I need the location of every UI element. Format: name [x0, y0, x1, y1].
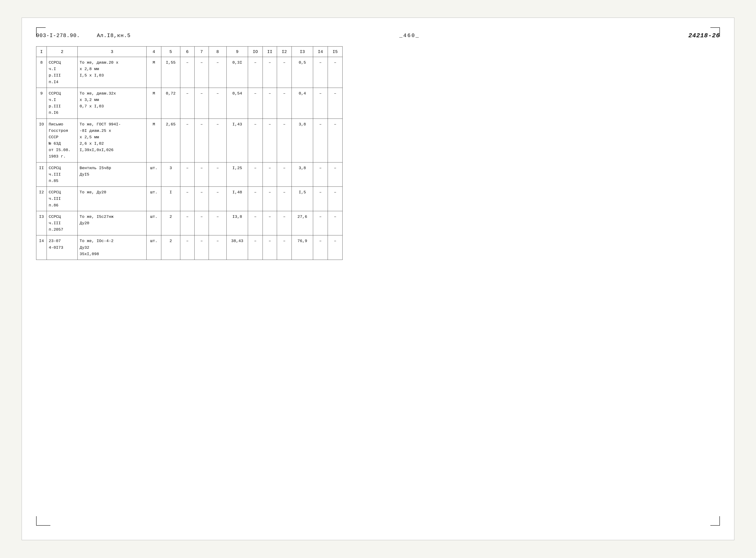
- corner-br-v: [720, 516, 720, 526]
- cell-row3-col6: –: [180, 119, 195, 162]
- cell-row2-col3: То же, диам.32х х 3,2 мм 0,7 х I,03: [78, 88, 147, 119]
- cell-row5-col15: –: [328, 187, 343, 211]
- table-row: IOПисьмо Госстроя СССР № 63Д от I5.08. 1…: [36, 119, 343, 162]
- cell-row4-col13: 3,8: [292, 162, 313, 187]
- cell-row2-col11: –: [263, 88, 277, 119]
- col-header-13: I3: [292, 47, 313, 57]
- col-header-4: 4: [147, 47, 161, 57]
- cell-row1-col7: –: [195, 57, 209, 88]
- cell-row6-col11: –: [263, 211, 277, 235]
- cell-row7-col6: –: [180, 235, 195, 260]
- cell-row7-col5: 2: [161, 235, 180, 260]
- cell-row1-col5: I,55: [161, 57, 180, 88]
- cell-row6-col6: –: [180, 211, 195, 235]
- table-row: 9ССРСЦ ч.I р.III п.I6То же, диам.32х х 3…: [36, 88, 343, 119]
- col-header-14: I4: [313, 47, 328, 57]
- cell-row5-col7: –: [195, 187, 209, 211]
- cell-row5-col4: шт.: [147, 187, 161, 211]
- cell-row4-col12: –: [277, 162, 292, 187]
- cell-row1-col4: М: [147, 57, 161, 88]
- cell-row1-col11: –: [263, 57, 277, 88]
- cell-row2-col9: 0,54: [227, 88, 248, 119]
- cell-row1-col13: 0,5: [292, 57, 313, 88]
- cell-row5-col2: ССРСЦ ч.III п.86: [47, 187, 78, 211]
- cell-row1-col14: –: [313, 57, 328, 88]
- cell-row3-col13: 3,8: [292, 119, 313, 162]
- cell-row1-col10: –: [248, 57, 263, 88]
- cell-row7-col9: 38,43: [227, 235, 248, 260]
- cell-row1-col12: –: [277, 57, 292, 88]
- col-header-9: 9: [227, 47, 248, 57]
- cell-row5-col13: I,5: [292, 187, 313, 211]
- page-number: _460_: [399, 33, 420, 39]
- cell-row5-col3: То же, Ду20: [78, 187, 147, 211]
- cell-row1-col3: То же, диам.20 х х 2,8 мм I,5 х I,03: [78, 57, 147, 88]
- cell-row3-col10: –: [248, 119, 263, 162]
- table-row: IIССРСЦ ч.III п.85Вентиль I5ч8р ДуI5шт.3…: [36, 162, 343, 187]
- cell-row7-col15: –: [328, 235, 343, 260]
- cell-row1-col9: 0,3I: [227, 57, 248, 88]
- cell-row2-col14: –: [313, 88, 328, 119]
- table-row: I2ССРСЦ ч.III п.86То же, Ду20шт.I–––I,48…: [36, 187, 343, 211]
- corner-tl-h: [36, 27, 46, 28]
- cell-row6-col7: –: [195, 211, 209, 235]
- cell-row1-col8: –: [209, 57, 227, 88]
- col-header-8: 8: [209, 47, 227, 57]
- cell-row5-col11: –: [263, 187, 277, 211]
- cell-row1-col1: 8: [36, 57, 47, 88]
- cell-row3-col8: –: [209, 119, 227, 162]
- col-header-7: 7: [195, 47, 209, 57]
- cell-row4-col6: –: [180, 162, 195, 187]
- cell-row2-col5: 0,72: [161, 88, 180, 119]
- doc-number: 903-I-278.90. Ал.I8,кн.5: [36, 33, 131, 39]
- cell-row4-col5: 3: [161, 162, 180, 187]
- cell-row5-col6: –: [180, 187, 195, 211]
- cell-row3-col7: –: [195, 119, 209, 162]
- cell-row4-col11: –: [263, 162, 277, 187]
- cell-row6-col14: –: [313, 211, 328, 235]
- col-header-3: 3: [78, 47, 147, 57]
- col-header-12: I2: [277, 47, 292, 57]
- cell-row2-col15: –: [328, 88, 343, 119]
- cell-row4-col10: –: [248, 162, 263, 187]
- cell-row7-col11: –: [263, 235, 277, 260]
- cell-row6-col8: –: [209, 211, 227, 235]
- header: 903-I-278.90. Ал.I8,кн.5 _460_ 24218-26: [36, 32, 720, 39]
- cell-row5-col8: –: [209, 187, 227, 211]
- cell-row7-col13: 76,9: [292, 235, 313, 260]
- cell-row4-col4: шт.: [147, 162, 161, 187]
- cell-row7-col4: шт.: [147, 235, 161, 260]
- cell-row3-col9: I,43: [227, 119, 248, 162]
- cell-row4-col1: II: [36, 162, 47, 187]
- cell-row2-col1: 9: [36, 88, 47, 119]
- cell-row4-col2: ССРСЦ ч.III п.85: [47, 162, 78, 187]
- cell-row6-col2: ССРСЦ ч.III п.2057: [47, 211, 78, 235]
- cell-row4-col9: I,25: [227, 162, 248, 187]
- cell-row3-col4: М: [147, 119, 161, 162]
- cell-row3-col11: –: [263, 119, 277, 162]
- corner-bl-h: [36, 525, 50, 526]
- cell-row3-col5: 2,65: [161, 119, 180, 162]
- cell-row1-col15: –: [328, 57, 343, 88]
- cell-row7-col8: –: [209, 235, 227, 260]
- cell-row7-col7: –: [195, 235, 209, 260]
- cell-row7-col14: –: [313, 235, 328, 260]
- cell-row5-col5: I: [161, 187, 180, 211]
- cell-row4-col15: –: [328, 162, 343, 187]
- cell-row1-col2: ССРСЦ ч.I р.III п.I4: [47, 57, 78, 88]
- cell-row4-col8: –: [209, 162, 227, 187]
- cell-row5-col9: I,48: [227, 187, 248, 211]
- table-row: I423-07 4-0I73То же, IOс-4-2 Ду32 35хI,0…: [36, 235, 343, 260]
- main-table: I 2 3 4 5 6 7 8 9 IO II I2 I3 I4 I5 8ССР…: [36, 46, 343, 260]
- cell-row6-col13: 27,6: [292, 211, 313, 235]
- cell-row5-col14: –: [313, 187, 328, 211]
- col-header-10: IO: [248, 47, 263, 57]
- cell-row7-col1: I4: [36, 235, 47, 260]
- col-header-15: I5: [328, 47, 343, 57]
- corner-bl-v: [36, 516, 36, 526]
- cell-row6-col4: шт.: [147, 211, 161, 235]
- cell-row4-col7: –: [195, 162, 209, 187]
- cell-row6-col10: –: [248, 211, 263, 235]
- cell-row7-col3: То же, IOс-4-2 Ду32 35хI,098: [78, 235, 147, 260]
- table-row: I3ССРСЦ ч.III п.2057То же, I5с27нж Ду20ш…: [36, 211, 343, 235]
